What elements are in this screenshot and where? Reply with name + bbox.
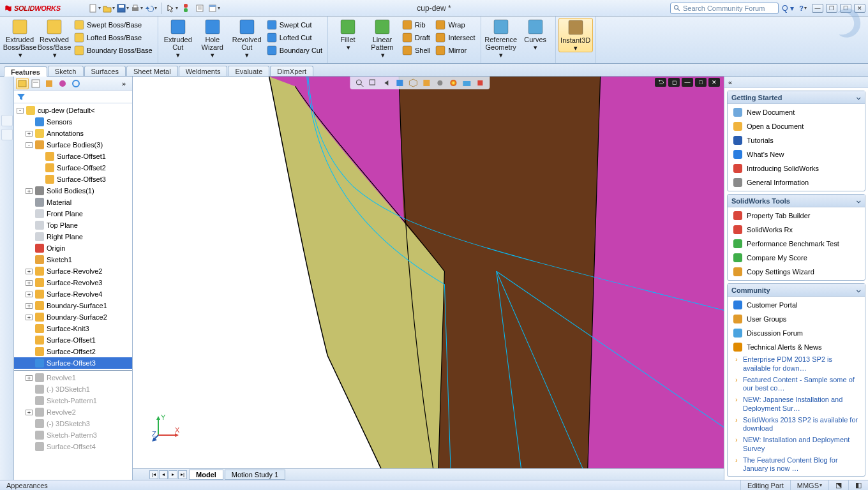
taskpane-news-item[interactable]: Featured Content - Sample some of our be…: [728, 375, 865, 395]
tree-item[interactable]: Sketch-Pattern1: [14, 395, 132, 406]
ribbon-extruded[interactable]: ExtrudedBoss/Base▾: [3, 18, 37, 59]
taskpane-news-item[interactable]: NEW: Japanese Installation and Deploymen…: [728, 394, 865, 415]
ribbon-boundary-cut[interactable]: Boundary Cut: [264, 45, 325, 56]
taskpane-item[interactable]: Property Tab Builder: [728, 209, 865, 223]
ribbon-rib[interactable]: Rib: [400, 19, 433, 31]
taskpane-item[interactable]: Technical Alerts & News: [728, 340, 865, 354]
tree-item[interactable]: (-) 3DSketch1: [14, 383, 132, 395]
tree-item[interactable]: +Revolve1: [14, 372, 132, 383]
ribbon-boundary-boss/base[interactable]: Boundary Boss/Base: [71, 45, 155, 56]
taskpane-section-head[interactable]: Getting Started⌵: [728, 91, 865, 104]
vp-new-icon[interactable]: ◻: [668, 78, 680, 87]
ribbon-swept-cut[interactable]: Swept Cut: [264, 19, 325, 31]
tree-item[interactable]: (-) 3DSketch3: [14, 418, 132, 429]
ribbon-intersect[interactable]: Intersect: [433, 32, 477, 43]
ribbon-instant3d[interactable]: Instant3D▾: [558, 18, 593, 52]
task-pane-collapse[interactable]: «: [724, 77, 868, 88]
taskpane-news-item[interactable]: The Featured Content Blog for January is…: [728, 455, 865, 475]
status-units[interactable]: MMGS ▾: [790, 480, 828, 490]
ribbon-reference[interactable]: ReferenceGeometry▾: [484, 18, 518, 59]
vp-restore-icon[interactable]: ⮌: [655, 78, 666, 87]
tree-item[interactable]: +Boundary-Surface2: [14, 311, 132, 323]
taskpane-item[interactable]: Copy Settings Wizard: [728, 265, 865, 279]
hide-show-icon[interactable]: [434, 77, 445, 89]
tree-item[interactable]: +Surface-Revolve2: [14, 265, 132, 277]
taskpane-news-item[interactable]: SolidWorks 2013 SP2 is available for dow…: [728, 415, 865, 435]
taskpane-item[interactable]: Introducing SolidWorks: [728, 161, 865, 175]
tree-item[interactable]: +Surface-Revolve4: [14, 288, 132, 300]
rebuild-button[interactable]: [179, 2, 192, 15]
tree-item[interactable]: Surface-Offset1: [14, 334, 132, 346]
scene-icon[interactable]: [461, 77, 472, 89]
status-extra-2[interactable]: ◧: [848, 480, 868, 490]
tree-item[interactable]: -Surface Bodies(3): [14, 139, 132, 151]
tree-item[interactable]: Sketch1: [14, 254, 132, 265]
tree-item[interactable]: Surface-Offset3: [14, 174, 132, 185]
taskpane-item[interactable]: SolidWorks Rx: [728, 223, 865, 237]
taskpane-section-head[interactable]: Community⌵: [728, 284, 865, 297]
ribbon-shell[interactable]: Shell: [400, 45, 433, 56]
tree-item[interactable]: Top Plane: [14, 219, 132, 231]
ribbon-lofted-boss/base[interactable]: Lofted Boss/Base: [71, 32, 155, 43]
tree-item[interactable]: +Surface-Revolve3: [14, 277, 132, 288]
tree-item[interactable]: Material: [14, 197, 132, 208]
ribbon-mirror[interactable]: Mirror: [433, 45, 477, 56]
taskpane-item[interactable]: Discussion Forum: [728, 326, 865, 340]
ribbon-fillet[interactable]: Fillet▾: [331, 18, 365, 51]
zoom-area-icon[interactable]: [367, 77, 378, 89]
tree-item[interactable]: Surface-Offset3: [14, 357, 132, 369]
taskpane-item[interactable]: What's New: [728, 147, 865, 161]
undo-button[interactable]: ▾: [144, 2, 157, 15]
tree-item[interactable]: Sketch-Pattern3: [14, 429, 132, 441]
tree-item[interactable]: +Annotations: [14, 128, 132, 139]
ribbon-tab-sheet-metal[interactable]: Sheet Metal: [126, 66, 178, 76]
vp-min-icon[interactable]: —: [682, 78, 693, 87]
tree-tab-config[interactable]: [43, 78, 56, 89]
minimize-button[interactable]: —: [812, 4, 823, 13]
view-settings-icon[interactable]: [474, 77, 486, 89]
doc-props-button[interactable]: ▾: [207, 2, 220, 15]
ribbon-revolved[interactable]: RevolvedCut▾: [230, 18, 264, 59]
tree-tab-feature[interactable]: [16, 78, 29, 89]
tree-tab-display[interactable]: [70, 78, 82, 89]
taskpane-item[interactable]: Performance Benchmark Test: [728, 237, 865, 251]
tree-item[interactable]: Surface-Offset1: [14, 151, 132, 162]
search-input[interactable]: Search Community Forum: [670, 3, 779, 14]
tree-item[interactable]: Origin: [14, 242, 132, 254]
tree-item[interactable]: +Boundary-Surface1: [14, 300, 132, 311]
ribbon-revolved[interactable]: RevolvedBoss/Base▾: [37, 18, 71, 59]
prev-view-icon[interactable]: [380, 77, 392, 89]
select-button[interactable]: ▾: [165, 2, 178, 15]
graphics-viewport[interactable]: ⮌ ◻ — □ ✕ Y X Z |◂ ◂ ▸ ▸| ModelMotion St…: [133, 77, 724, 480]
taskpane-item[interactable]: Open a Document: [728, 119, 865, 133]
taskpane-news-item[interactable]: Enterprise PDM 2013 SP2 is available for…: [728, 354, 865, 375]
bottom-tab-motion-study-1[interactable]: Motion Study 1: [225, 470, 285, 480]
ribbon-wrap[interactable]: Wrap: [433, 19, 477, 31]
ribbon-linear[interactable]: LinearPattern▾: [365, 18, 400, 59]
taskpane-item[interactable]: Compare My Score: [728, 251, 865, 265]
ribbon-tab-evaluate[interactable]: Evaluate: [228, 66, 269, 76]
tree-item[interactable]: Surface-Offset2: [14, 346, 132, 357]
search-opts-button[interactable]: Q ▾: [781, 2, 794, 15]
margin-btn-1[interactable]: [1, 115, 13, 126]
tree-tab-property[interactable]: [29, 78, 42, 89]
ribbon-tab-surfaces[interactable]: Surfaces: [84, 66, 126, 76]
tree-item[interactable]: Front Plane: [14, 208, 132, 219]
ribbon-draft[interactable]: Draft: [400, 32, 433, 43]
appearance-icon[interactable]: [447, 77, 459, 89]
tab-nav-last[interactable]: ▸|: [178, 470, 187, 479]
save-button[interactable]: ▾: [116, 2, 129, 15]
help-button[interactable]: ?▾: [797, 2, 809, 15]
tree-filter[interactable]: [14, 91, 132, 103]
taskpane-item[interactable]: Tutorials: [728, 133, 865, 147]
ribbon-extruded[interactable]: ExtrudedCut▾: [161, 18, 195, 59]
tree-item[interactable]: +Solid Bodies(1): [14, 185, 132, 197]
view-orient-icon[interactable]: [407, 77, 419, 89]
zoom-fit-icon[interactable]: [354, 77, 365, 89]
ribbon-tab-features[interactable]: Features: [4, 66, 47, 77]
tree-item[interactable]: Sensors: [14, 116, 132, 128]
tree-item[interactable]: Surface-Offset4: [14, 441, 132, 452]
tab-nav-prev[interactable]: ◂: [159, 470, 168, 479]
bottom-tab-model[interactable]: Model: [189, 470, 223, 480]
tree-overflow[interactable]: »: [117, 78, 130, 89]
